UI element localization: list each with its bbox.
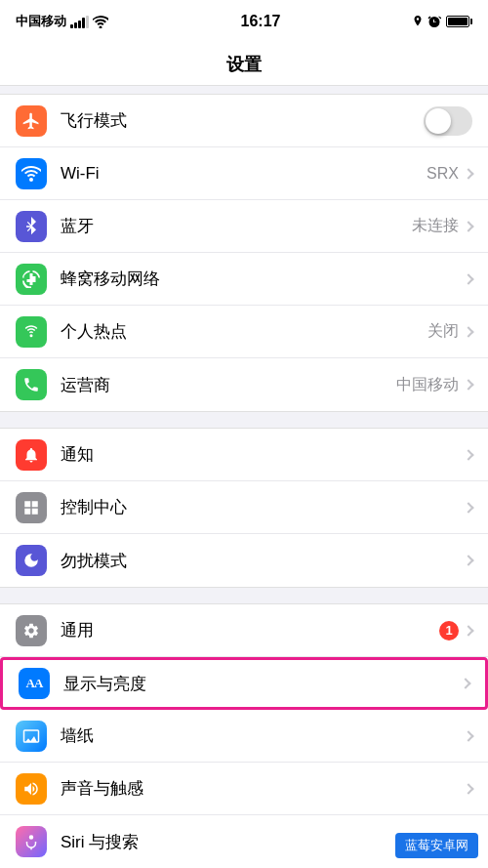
carrier-label: 运营商 — [61, 374, 396, 396]
row-bluetooth[interactable]: 蓝牙 未连接 — [0, 200, 488, 253]
row-notifications[interactable]: 通知 — [0, 429, 488, 481]
display-label: 显示与亮度 — [63, 673, 462, 695]
bluetooth-value: 未连接 — [412, 216, 459, 236]
alarm-icon — [427, 16, 441, 28]
cellular-icon-bg — [16, 264, 47, 295]
row-general[interactable]: 通用 1 — [0, 604, 488, 657]
spacer-2 — [0, 420, 488, 428]
status-time: 16:17 — [241, 13, 281, 30]
carrier-value: 中国移动 — [396, 375, 459, 395]
control-center-chevron — [463, 502, 473, 513]
dnd-chevron — [463, 555, 473, 565]
notifications-chevron — [463, 449, 473, 460]
carrier-phone-icon — [22, 376, 40, 393]
control-center-icon — [22, 499, 40, 517]
dnd-label: 勿扰模式 — [61, 550, 465, 572]
display-icon-bg: AA — [19, 668, 50, 699]
airplane-icon-bg — [16, 105, 47, 137]
signal-bar-4 — [82, 18, 85, 28]
row-hotspot[interactable]: 个人热点 关闭 — [0, 306, 488, 358]
spacer-top — [0, 86, 488, 94]
wifi-chevron — [463, 168, 473, 179]
watermark: 蓝莓安卓网 — [395, 833, 478, 858]
wallpaper-label: 墙纸 — [61, 724, 465, 747]
siri-icon-bg — [16, 826, 47, 857]
notifications-icon — [22, 445, 40, 465]
status-right — [413, 16, 472, 28]
cellular-icon — [22, 270, 40, 288]
display-chevron — [460, 678, 470, 688]
general-badge: 1 — [439, 621, 459, 641]
notifications-icon-bg — [16, 439, 47, 471]
signal-bar-3 — [78, 21, 81, 28]
row-cellular[interactable]: 蜂窝移动网络 — [0, 253, 488, 306]
row-airplane[interactable]: 飞行模式 — [0, 95, 488, 147]
nav-bar: 设置 — [0, 43, 488, 86]
sound-icon-bg — [16, 773, 47, 805]
battery-fill — [448, 18, 468, 25]
location-icon — [413, 16, 423, 28]
battery-tip — [470, 19, 472, 24]
wallpaper-chevron — [463, 730, 473, 741]
settings-container: 飞行模式 Wi-Fi SRX 蓝牙 未连接 — [0, 86, 488, 868]
signal-bar-5 — [86, 16, 89, 28]
gear-icon — [22, 622, 40, 640]
status-left: 中国移动 — [16, 13, 108, 30]
wifi-icon — [21, 166, 41, 182]
wifi-value: SRX — [427, 165, 459, 183]
section-connectivity: 飞行模式 Wi-Fi SRX 蓝牙 未连接 — [0, 94, 488, 412]
control-center-label: 控制中心 — [61, 496, 465, 518]
row-display[interactable]: AA 显示与亮度 — [0, 657, 488, 710]
row-sound[interactable]: 声音与触感 — [0, 763, 488, 815]
watermark-text: 蓝莓安卓网 — [405, 838, 468, 852]
airplane-toggle[interactable] — [424, 106, 472, 136]
bluetooth-chevron — [463, 221, 473, 231]
siri-icon — [22, 832, 40, 851]
sound-icon — [22, 780, 40, 798]
bluetooth-icon — [24, 217, 38, 236]
hotspot-icon-bg — [16, 316, 47, 348]
control-center-icon-bg — [16, 492, 47, 523]
general-label: 通用 — [61, 619, 439, 641]
notifications-label: 通知 — [61, 443, 465, 466]
row-carrier[interactable]: 运营商 中国移动 — [0, 358, 488, 411]
sound-chevron — [463, 783, 473, 794]
bluetooth-label: 蓝牙 — [61, 215, 412, 237]
section-notifications: 通知 控制中心 勿扰模式 — [0, 428, 488, 588]
display-icon-text: AA — [26, 676, 43, 691]
page-title: 设置 — [226, 53, 262, 76]
hotspot-icon — [22, 322, 40, 342]
cellular-label: 蜂窝移动网络 — [61, 268, 465, 290]
battery-container — [446, 16, 472, 27]
general-chevron — [463, 625, 473, 636]
hotspot-chevron — [463, 326, 473, 337]
wifi-icon-bg — [16, 158, 47, 189]
wifi-status-icon — [93, 16, 108, 28]
carrier-chevron — [463, 379, 473, 390]
airplane-icon — [21, 111, 41, 131]
row-control-center[interactable]: 控制中心 — [0, 481, 488, 534]
signal-bar-1 — [70, 24, 73, 28]
section-display: 通用 1 AA 显示与亮度 墙纸 — [0, 603, 488, 868]
bluetooth-icon-bg — [16, 211, 47, 242]
row-wifi[interactable]: Wi-Fi SRX — [0, 147, 488, 200]
wallpaper-icon-bg — [16, 721, 47, 752]
sound-label: 声音与触感 — [61, 777, 465, 800]
dnd-icon-bg — [16, 545, 47, 576]
wifi-label: Wi-Fi — [61, 164, 427, 184]
carrier-text: 中国移动 — [16, 13, 66, 30]
carrier-icon-bg — [16, 369, 47, 400]
hotspot-value: 关闭 — [427, 321, 459, 342]
signal-bar-2 — [74, 22, 77, 28]
status-bar: 中国移动 16:17 — [0, 0, 488, 43]
airplane-label: 飞行模式 — [61, 109, 424, 132]
row-dnd[interactable]: 勿扰模式 — [0, 534, 488, 587]
moon-icon — [22, 552, 40, 569]
row-wallpaper[interactable]: 墙纸 — [0, 710, 488, 763]
wallpaper-icon — [22, 727, 40, 745]
toggle-thumb — [426, 108, 451, 134]
cellular-chevron — [463, 273, 473, 284]
battery-icon — [446, 16, 469, 27]
general-icon-bg — [16, 615, 47, 646]
spacer-3 — [0, 596, 488, 603]
